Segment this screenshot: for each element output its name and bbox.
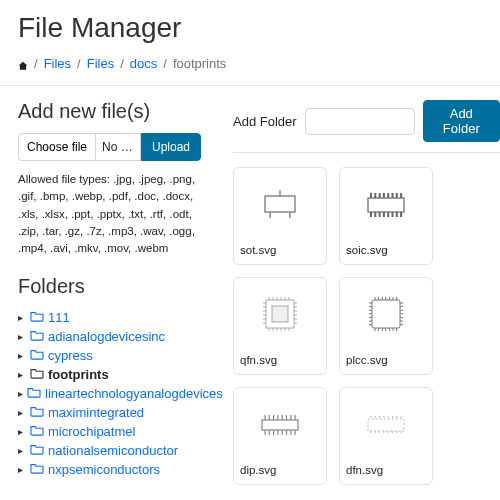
allowed-types-text: Allowed file types: .jpg, .jpeg, .png, .… — [18, 171, 201, 257]
file-card[interactable]: qfn.svg — [233, 277, 327, 375]
caret-icon: ▸ — [18, 331, 26, 342]
file-thumbnail — [240, 286, 320, 342]
page-title: File Manager — [0, 0, 500, 52]
folder-link[interactable]: cypress — [48, 348, 93, 363]
svg-rect-4 — [368, 198, 404, 212]
caret-icon: ▸ — [18, 312, 26, 323]
file-card[interactable]: dip.svg — [233, 387, 327, 485]
file-name: dfn.svg — [346, 458, 426, 476]
caret-icon: ▸ — [18, 350, 26, 361]
file-thumbnail — [240, 176, 320, 232]
caret-icon: ▸ — [18, 407, 26, 418]
add-folder-input[interactable] — [305, 108, 415, 135]
breadcrumb-separator: / — [120, 56, 124, 71]
add-folder-button[interactable]: Add Folder — [423, 100, 500, 142]
file-thumbnail — [346, 396, 426, 452]
svg-rect-47 — [372, 300, 400, 328]
breadcrumb-link[interactable]: docs — [130, 56, 157, 71]
folder-link[interactable]: adianalogdevicesinc — [48, 329, 165, 344]
add-file-heading: Add new file(s) — [18, 100, 201, 123]
folder-link[interactable]: maximintegrated — [48, 405, 144, 420]
folder-icon — [30, 462, 44, 477]
folder-icon — [30, 424, 44, 439]
file-card[interactable]: sot.svg — [233, 167, 327, 265]
file-thumbnail — [240, 396, 320, 452]
folder-icon — [30, 310, 44, 325]
file-card[interactable]: dfn.svg — [339, 387, 433, 485]
file-card[interactable]: soic.svg — [339, 167, 433, 265]
add-folder-label: Add Folder — [233, 114, 297, 129]
folder-icon — [30, 348, 44, 363]
caret-icon: ▸ — [18, 388, 23, 399]
divider — [233, 152, 500, 153]
caret-icon: ▸ — [18, 464, 26, 475]
breadcrumb: / Files / Files / docs / footprints — [0, 52, 500, 85]
folder-item[interactable]: ▸ adianalogdevicesinc — [18, 327, 201, 346]
folder-icon — [30, 329, 44, 344]
file-thumbnail — [346, 286, 426, 342]
folder-icon — [30, 405, 44, 420]
svg-rect-0 — [265, 196, 295, 212]
folder-item[interactable]: ▸ lineartechnologyanalogdevices — [18, 384, 201, 403]
folder-link[interactable]: nxpsemiconductors — [48, 462, 160, 477]
caret-icon: ▸ — [18, 426, 26, 437]
folder-item[interactable]: ▸ nxpsemiconductors — [18, 460, 201, 479]
folder-icon — [30, 443, 44, 458]
file-name: sot.svg — [240, 238, 320, 256]
caret-icon: ▸ — [18, 369, 26, 380]
folders-heading: Folders — [18, 275, 201, 298]
folder-link[interactable]: 111 — [48, 310, 70, 325]
file-name: soic.svg — [346, 238, 426, 256]
file-thumbnail — [346, 176, 426, 232]
breadcrumb-link[interactable]: Files — [87, 56, 114, 71]
folder-icon — [27, 386, 41, 401]
folder-link[interactable]: microchipatmel — [48, 424, 135, 439]
file-name: plcc.svg — [346, 348, 426, 366]
file-chosen-label: No fi…osen — [96, 133, 141, 161]
folder-item[interactable]: ▸ footprints — [18, 365, 201, 384]
breadcrumb-link[interactable]: Files — [44, 56, 71, 71]
folder-icon — [30, 367, 44, 382]
file-card[interactable]: plcc.svg — [339, 277, 433, 375]
folder-item[interactable]: ▸ cypress — [18, 346, 201, 365]
choose-file-button[interactable]: Choose file — [18, 133, 96, 161]
caret-icon: ▸ — [18, 445, 26, 456]
file-name: dip.svg — [240, 458, 320, 476]
svg-rect-93 — [368, 419, 404, 431]
svg-rect-76 — [262, 420, 298, 430]
breadcrumb-separator: / — [77, 56, 81, 71]
folder-item[interactable]: ▸ maximintegrated — [18, 403, 201, 422]
folder-item[interactable]: ▸ 111 — [18, 308, 201, 327]
breadcrumb-separator: / — [163, 56, 167, 71]
home-icon[interactable] — [18, 59, 28, 69]
file-name: qfn.svg — [240, 348, 320, 366]
upload-button[interactable]: Upload — [141, 133, 201, 161]
folder-item[interactable]: ▸ microchipatmel — [18, 422, 201, 441]
breadcrumb-current: footprints — [173, 56, 226, 71]
svg-rect-22 — [272, 306, 288, 322]
folder-item[interactable]: ▸ nationalsemiconductor — [18, 441, 201, 460]
folder-link[interactable]: footprints — [48, 367, 109, 382]
breadcrumb-separator: / — [34, 56, 38, 71]
folder-link[interactable]: lineartechnologyanalogdevices — [45, 386, 223, 401]
folder-link[interactable]: nationalsemiconductor — [48, 443, 178, 458]
